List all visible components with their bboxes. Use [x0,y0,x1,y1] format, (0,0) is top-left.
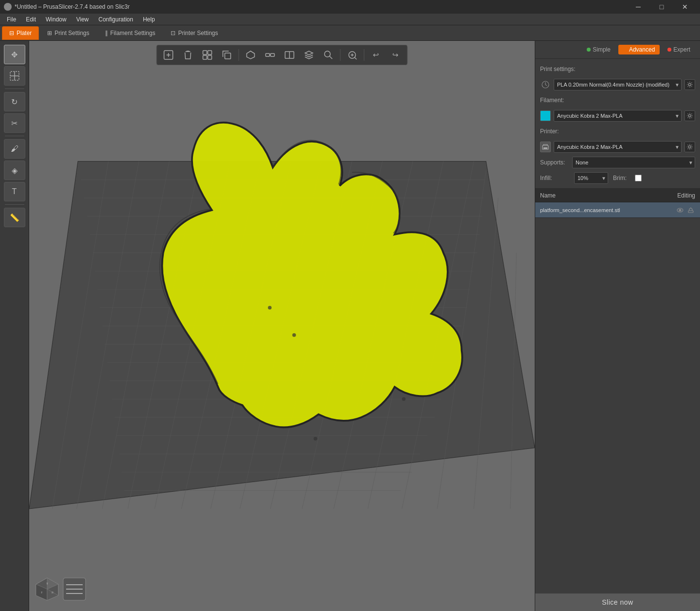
infill-label: Infill: [540,175,569,181]
tab-plater[interactable]: ⊟ Plater [2,26,39,40]
tab-printer-settings[interactable]: ⊡ Printer Settings [163,26,225,40]
paint-supports-tool[interactable]: 🖌 [4,139,25,159]
svg-rect-8 [203,55,207,59]
svg-point-61 [314,437,317,441]
brim-label: Brim: [613,175,630,181]
viewport[interactable]: ↩ ↪ [29,41,535,611]
supports-row: Supports: None ▼ [540,156,695,169]
svg-rect-77 [543,147,547,149]
copy-button[interactable] [218,47,236,63]
filament-row: Filament: [540,94,695,107]
col-name-header: Name [540,192,656,199]
place-on-face-button[interactable] [242,47,260,63]
menubar: FileEditWindowViewConfigurationHelp [0,14,700,25]
scale-tool[interactable] [4,66,25,86]
simple-label: Simple [593,46,611,53]
undo-button[interactable]: ↩ [368,47,385,63]
tool-separator-3 [5,204,24,205]
titlebar-controls[interactable]: ─ □ ✕ [627,0,696,14]
printer-settings-icon: ⊡ [171,30,175,36]
svg-point-58 [268,306,272,310]
filament-settings-button[interactable] [684,110,695,121]
svg-text:F: F [41,591,42,594]
printer-select[interactable]: Anycubic Kobra 2 Max-PLA [554,141,682,153]
svg-rect-7 [208,51,212,54]
minimize-button[interactable]: ─ [627,0,649,14]
filament-label: Filament: [540,97,569,104]
filament-settings-icon: ∥ [105,30,108,36]
remove-object-button[interactable] [179,47,197,63]
3d-canvas[interactable] [29,41,535,611]
menu-item-edit[interactable]: Edit [21,14,41,25]
menu-item-file[interactable]: File [2,14,21,25]
cut-tool[interactable]: ✂ [4,113,25,133]
printer-select-row: Anycubic Kobra 2 Max-PLA ▼ [540,141,695,153]
text-tool[interactable]: T [4,182,25,201]
printer-icon [540,142,551,152]
svg-rect-9 [208,55,212,59]
window-title: *Untitled – PrusaSlicer-2.7.4 based on S… [15,3,130,10]
simple-mode-button[interactable]: Simple [582,45,615,54]
menu-item-view[interactable]: View [71,14,94,25]
menu-item-configuration[interactable]: Configuration [94,14,138,25]
supports-select[interactable]: None [572,157,695,168]
rotate-tool[interactable]: ↻ [4,92,25,111]
tab-print-settings[interactable]: ⊞ Print Settings [40,26,96,40]
printer-label: Printer: [540,128,569,135]
print-profile-settings-button[interactable] [684,79,695,90]
maximize-button[interactable]: □ [650,0,673,14]
infill-select[interactable]: 10% [574,172,608,184]
filament-select-wrapper: Anycubic Kobra 2 Max-PLA ▼ [554,110,682,122]
brim-checkbox[interactable] [635,175,642,181]
viewport-toolbar: ↩ ↪ [157,45,408,65]
print-profile-select-wrapper: PLA 0.20mm Normal(0.4mm Nozzle) (modifie… [554,79,682,90]
tab-plater-label: Plater [17,30,32,36]
object-list: Name Editing platform_second...encasemen… [535,189,700,391]
advanced-dot [623,48,627,52]
menu-item-window[interactable]: Window [41,14,71,25]
main-area: ✥ ↻ ✂ 🖌 ◈ T 📏 [0,41,700,611]
filament-select[interactable]: Anycubic Kobra 2 Max-PLA [554,110,682,122]
slice-now-button[interactable]: Slice now [535,593,700,611]
svg-text:T: T [46,582,48,585]
print-profile-row: PLA 0.20mm Normal(0.4mm Nozzle) (modifie… [540,78,695,91]
split-objects-button[interactable] [262,47,279,63]
editing-toggle-button[interactable] [686,206,695,215]
add-object-button[interactable] [160,47,177,63]
layers-button[interactable] [300,47,318,63]
measure-tool[interactable]: 📏 [4,208,25,227]
navigation-cube[interactable]: T F R [35,577,59,601]
tab-filament-settings-label: Filament Settings [110,30,156,36]
right-panel-spacer [535,391,700,593]
vp-separator-1 [239,49,239,61]
expert-label: Expert [673,46,690,53]
visibility-button[interactable] [676,206,684,215]
object-row[interactable]: platform_second...encasement.stl [535,202,700,218]
arrange-button[interactable] [199,47,216,63]
split-parts-button[interactable] [281,47,298,63]
paint-seam-tool[interactable]: ◈ [4,161,25,180]
advanced-mode-button[interactable]: Advanced [618,45,660,54]
supports-select-wrapper: None ▼ [572,157,695,168]
app-icon [4,3,12,11]
svg-rect-10 [225,53,231,59]
search-button[interactable] [320,47,337,63]
redo-button[interactable]: ↪ [387,47,404,63]
layer-view-button[interactable] [62,577,87,601]
print-profile-select[interactable]: PLA 0.20mm Normal(0.4mm Nozzle) (modifie… [554,79,682,90]
svg-rect-12 [271,54,275,56]
printer-settings-button[interactable] [684,142,695,152]
right-panel: Simple Advanced Expert Print settings: [535,41,700,611]
zoom-to-fit-button[interactable] [344,47,361,63]
svg-point-78 [689,146,691,148]
tool-separator-2 [5,136,24,136]
move-tool[interactable]: ✥ [4,45,25,64]
menu-item-help[interactable]: Help [138,14,160,25]
svg-point-75 [689,115,691,117]
supports-label: Supports: [540,159,569,166]
tab-filament-settings[interactable]: ∥ Filament Settings [98,26,163,40]
expert-mode-button[interactable]: Expert [663,45,695,54]
close-button[interactable]: ✕ [674,0,696,14]
vp-separator-3 [364,49,365,61]
filament-color-swatch[interactable] [540,110,551,121]
